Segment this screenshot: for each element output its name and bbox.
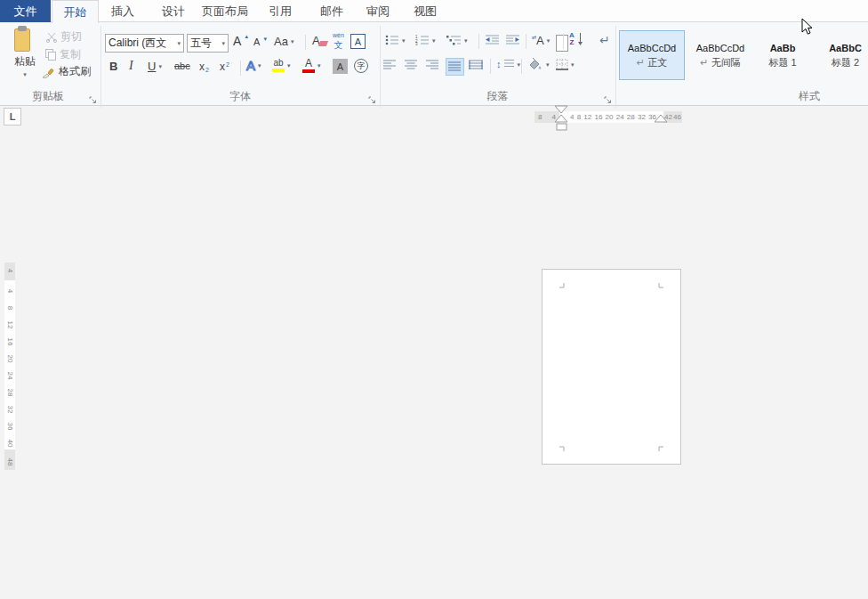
tab-stop-selector[interactable]: L: [4, 108, 21, 125]
multilevel-list-button[interactable]: ▾: [446, 35, 468, 45]
paragraph-group-label: 段落: [380, 89, 615, 103]
multilevel-dropdown-icon: ▾: [464, 37, 468, 44]
tab-references[interactable]: 引用: [262, 0, 298, 22]
margin-mark-bottom-left: [559, 446, 565, 452]
character-border-button[interactable]: A: [350, 34, 366, 49]
enclose-characters-button[interactable]: 字: [354, 59, 368, 73]
shading-button[interactable]: ▾: [527, 58, 550, 70]
left-indent-marker[interactable]: [556, 123, 567, 131]
align-right-button[interactable]: [426, 60, 439, 70]
document-page[interactable]: [542, 269, 681, 465]
cut-button[interactable]: 剪切: [45, 29, 82, 45]
style-item-heading2[interactable]: AaBbC 标题 2: [812, 30, 868, 80]
underline-dropdown-icon: ▾: [158, 63, 162, 69]
align-left-icon: [383, 60, 397, 70]
tab-home[interactable]: 开始: [52, 0, 99, 23]
align-left-button[interactable]: [383, 60, 397, 70]
line-spacing-button[interactable]: ↕ ▾: [496, 59, 520, 69]
bullets-dropdown-icon: ▾: [402, 37, 406, 44]
borders-button[interactable]: ▾: [556, 59, 575, 70]
subscript-button[interactable]: x2: [199, 61, 209, 73]
font-size-dropdown-icon: ▾: [221, 40, 225, 46]
decrease-indent-button[interactable]: [485, 35, 500, 45]
text-effects-button[interactable]: A ▾: [246, 58, 261, 73]
hanging-indent-marker[interactable]: [554, 114, 568, 123]
align-right-icon: [426, 60, 439, 70]
style-item-normal[interactable]: AaBbCcDd ↵ 正文: [619, 30, 685, 80]
clipboard-group-label: 剪贴板: [0, 89, 96, 103]
grow-arrow-icon: ▲: [244, 34, 249, 39]
increase-indent-button[interactable]: [505, 35, 520, 45]
multilevel-list-icon: [446, 35, 462, 45]
change-case-dropdown-icon: ▾: [291, 38, 294, 45]
first-line-indent-marker[interactable]: [554, 105, 568, 114]
line-spacing-dropdown-icon: ▾: [518, 61, 521, 68]
margin-mark-top-left: [559, 282, 565, 288]
sort-button[interactable]: A Z: [569, 32, 583, 46]
tab-view[interactable]: 视图: [407, 0, 443, 22]
clear-formatting-button[interactable]: A: [312, 34, 327, 47]
highlight-color-bar: [272, 69, 285, 72]
borders-icon: [556, 59, 568, 70]
margin-mark-top-right: [658, 282, 664, 288]
show-hide-marks-button[interactable]: ↵: [599, 33, 610, 47]
style-item-heading1[interactable]: AaBb 标题 1: [753, 30, 812, 80]
align-center-button[interactable]: [405, 60, 418, 70]
bold-button[interactable]: B: [109, 60, 117, 73]
paste-clipboard-icon: [14, 26, 36, 53]
change-case-button[interactable]: Aa ▾: [274, 35, 293, 48]
paste-button[interactable]: 粘贴 ▾: [5, 26, 44, 86]
distribute-button[interactable]: [469, 60, 484, 70]
superscript-button[interactable]: x2: [220, 61, 229, 73]
asian-layout-dropdown-icon: ▾: [547, 37, 551, 44]
style-item-no-spacing[interactable]: AaBbCcDd ↵ 无间隔: [687, 30, 753, 80]
format-painter-icon: [42, 66, 56, 78]
highlight-dropdown-icon: ▾: [287, 62, 291, 69]
eraser-icon: [318, 41, 328, 46]
align-center-icon: [405, 60, 418, 70]
font-name-combo[interactable]: Calibri (西文 ▾: [105, 34, 184, 53]
font-dialog-launcher[interactable]: [367, 93, 377, 102]
phonetic-guide-button[interactable]: wén 文: [333, 32, 344, 50]
asian-layout-button[interactable]: ⇄ A ▾: [532, 34, 550, 47]
ribbon-home: 粘贴 ▾ 剪切 复制 格式刷 剪贴板: [0, 22, 868, 106]
shrink-font-button[interactable]: A ▼: [253, 36, 268, 47]
font-size-value: 五号: [190, 36, 212, 51]
borders-dropdown-icon: ▾: [571, 61, 575, 68]
sort-arrow-icon: [577, 32, 583, 46]
highlight-color-button[interactable]: ab ▾: [272, 59, 291, 72]
shading-bucket-icon: [527, 58, 543, 70]
distribute-icon: [469, 60, 484, 70]
tab-review[interactable]: 审阅: [360, 0, 396, 22]
clipboard-dialog-launcher[interactable]: [88, 93, 98, 102]
decrease-indent-icon: [485, 35, 500, 45]
tab-design[interactable]: 设计: [156, 0, 191, 22]
paste-dropdown-icon: ▾: [23, 71, 27, 77]
increase-indent-icon: [505, 35, 520, 45]
font-group-label: 字体: [100, 89, 380, 103]
format-painter-button[interactable]: 格式刷: [42, 64, 91, 79]
font-color-button[interactable]: A ▾: [302, 58, 321, 73]
strikethrough-button[interactable]: abc: [174, 61, 190, 71]
tab-file[interactable]: 文件: [0, 0, 51, 22]
justify-button[interactable]: [446, 58, 464, 76]
font-size-combo[interactable]: 五号 ▾: [187, 34, 229, 53]
grow-font-button[interactable]: A ▲: [233, 34, 249, 48]
numbering-icon: 123: [415, 35, 430, 45]
paragraph-dialog-launcher[interactable]: [603, 93, 613, 102]
underline-button[interactable]: U ▾: [148, 60, 162, 73]
bullets-icon: [385, 35, 399, 45]
copy-button[interactable]: 复制: [45, 47, 81, 62]
tab-mailings[interactable]: 邮件: [314, 0, 350, 22]
svg-text:3: 3: [415, 42, 418, 45]
word-window: 文件 开始 插入 设计 页面布局 引用 邮件 审阅 视图 粘贴 ▾ 剪切: [0, 0, 868, 599]
character-shading-button[interactable]: A: [333, 59, 348, 74]
bullets-button[interactable]: ▾: [385, 35, 406, 45]
tab-page-layout[interactable]: 页面布局: [200, 0, 250, 22]
numbering-button[interactable]: 123 ▾: [415, 35, 436, 45]
shading-dropdown-icon: ▾: [546, 61, 550, 68]
italic-button[interactable]: I: [129, 59, 133, 73]
text-effects-dropdown-icon: ▾: [258, 62, 261, 69]
right-indent-marker[interactable]: [654, 114, 668, 123]
tab-insert[interactable]: 插入: [105, 0, 141, 22]
